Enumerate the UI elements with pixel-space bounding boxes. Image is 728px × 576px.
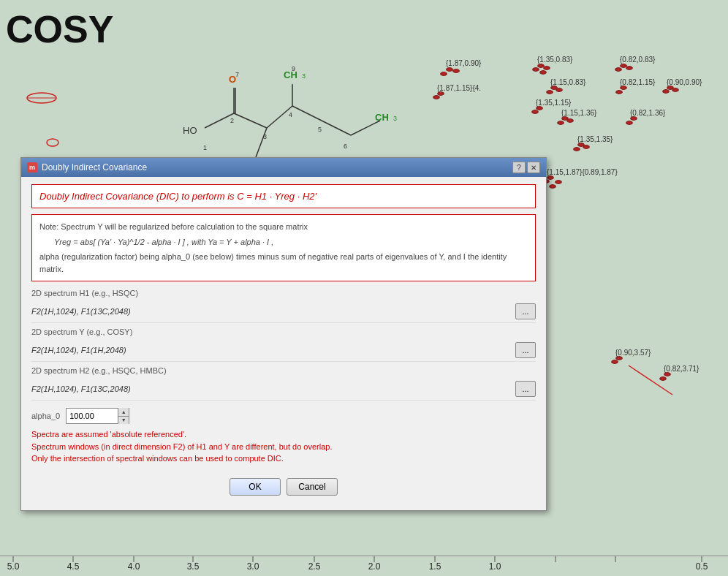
warning-text: Spectra are assumed 'absolute referenced… [31, 428, 536, 465]
svg-text:6: 6 [344, 143, 347, 150]
xaxis-ticks [0, 556, 728, 576]
spectrum-y-row: F2(1H,1024), F1(1H,2048) ... [31, 339, 536, 362]
dialog-titlebar-left: m Doubly Indirect Covariance [27, 162, 147, 173]
svg-text:4: 4 [289, 111, 292, 118]
spectrum-h1-value: F2(1H,1024), F1(13C,2048) [31, 307, 131, 316]
warning-1: Spectra are assumed 'absolute referenced… [31, 428, 536, 441]
alpha-row: alpha_0 ▲ ▼ [31, 408, 536, 424]
alpha-label: alpha_0 [31, 412, 60, 420]
dialog-title: Doubly Indirect Covariance [42, 162, 147, 173]
ok-button[interactable]: OK [230, 478, 281, 496]
svg-text:5: 5 [318, 126, 322, 133]
svg-text:CH: CH [375, 112, 389, 123]
spectrum-h2-label: 2D spectrum H2 (e.g., HSQC, HMBC) [31, 366, 536, 375]
spectrum-h1-row: F2(1H,1024), F1(13C,2048) ... [31, 300, 536, 323]
peak-label-2: {1.35,0.83} [537, 56, 572, 64]
svg-text:2: 2 [230, 117, 234, 124]
info-text-1: Note: Spectrum Y will be regularized bef… [39, 221, 528, 233]
mol-icon-1 [26, 91, 58, 105]
cancel-button[interactable]: Cancel [287, 478, 338, 496]
peak-label-4: {1.87,1.15}{4. [437, 84, 481, 92]
svg-line-3 [234, 113, 267, 128]
peak-label-3: {0.82,0.83} [620, 56, 655, 64]
browse-h1-btn[interactable]: ... [515, 303, 536, 319]
spectrum-h1-label: 2D spectrum H1 (e.g., HSQC) [31, 289, 536, 298]
warning-2: Spectrum windows (in direct dimension F2… [31, 441, 536, 453]
svg-text:7: 7 [235, 71, 239, 78]
warning-3: Only the intersection of spectral window… [31, 452, 536, 465]
browse-y-btn[interactable]: ... [515, 342, 536, 358]
peak-line [614, 351, 702, 409]
svg-text:3: 3 [263, 133, 267, 140]
dialog-icon: m [27, 162, 37, 173]
dialog-titlebar: m Doubly Indirect Covariance ? ✕ [21, 158, 546, 177]
info-box: Note: Spectrum Y will be regularized bef… [31, 214, 536, 281]
dialog-body: Doubly Indirect Covariance (DIC) to perf… [21, 177, 546, 510]
dialog-footer: OK Cancel [31, 472, 536, 503]
svg-line-7 [322, 121, 351, 135]
svg-text:3: 3 [393, 115, 397, 122]
svg-line-9 [256, 128, 267, 157]
info-text-2: alpha (regularization factor) being alph… [39, 251, 528, 275]
svg-text:3: 3 [302, 72, 306, 80]
svg-line-8 [351, 121, 380, 135]
dialog-controls: ? ✕ [512, 162, 540, 173]
svg-point-29 [47, 139, 58, 146]
svg-text:9: 9 [292, 65, 295, 72]
info-math: Yreg = abs[ (Ya' · Ya)^1/2 - alpha · I ]… [54, 236, 528, 249]
spectrum-y-label: 2D spectrum Y (e.g., COSY) [31, 327, 536, 336]
svg-line-0 [205, 113, 234, 128]
alpha-spinner: ▲ ▼ [118, 408, 129, 424]
alpha-spin-down[interactable]: ▼ [118, 417, 129, 425]
alpha-input-wrap: ▲ ▼ [66, 408, 129, 424]
alpha-spin-up[interactable]: ▲ [118, 408, 129, 417]
peak-label-1: {1.87,0.90} [446, 59, 481, 67]
formula-text: Doubly Indirect Covariance (DIC) to perf… [39, 191, 316, 202]
alpha-input[interactable] [67, 409, 118, 423]
xaxis: 5.0 4.5 4.0 3.5 3.0 2.5 2.0 1.5 1.0 0.5 [0, 556, 728, 576]
mol-icon-2 [45, 137, 60, 148]
spectrum-h2-value: F2(1H,1024), F1(13C,2048) [31, 384, 131, 393]
dialog: m Doubly Indirect Covariance ? ✕ Doubly … [20, 157, 547, 511]
svg-text:HO: HO [183, 125, 197, 136]
dialog-close-btn[interactable]: ✕ [527, 162, 540, 173]
formula-box: Doubly Indirect Covariance (DIC) to perf… [31, 184, 536, 208]
svg-line-6 [292, 106, 322, 121]
dialog-help-btn[interactable]: ? [512, 162, 526, 173]
svg-text:1: 1 [203, 144, 207, 151]
browse-h2-btn[interactable]: ... [515, 381, 536, 397]
page-title: COSY [6, 7, 113, 51]
spectrum-y-value: F2(1H,1024), F1(1H,2048) [31, 346, 126, 355]
spectrum-h2-row: F2(1H,1024), F1(13C,2048) ... [31, 378, 536, 401]
peak-label-12: {1.15,1.87}{0.89,1.87} [547, 168, 618, 176]
